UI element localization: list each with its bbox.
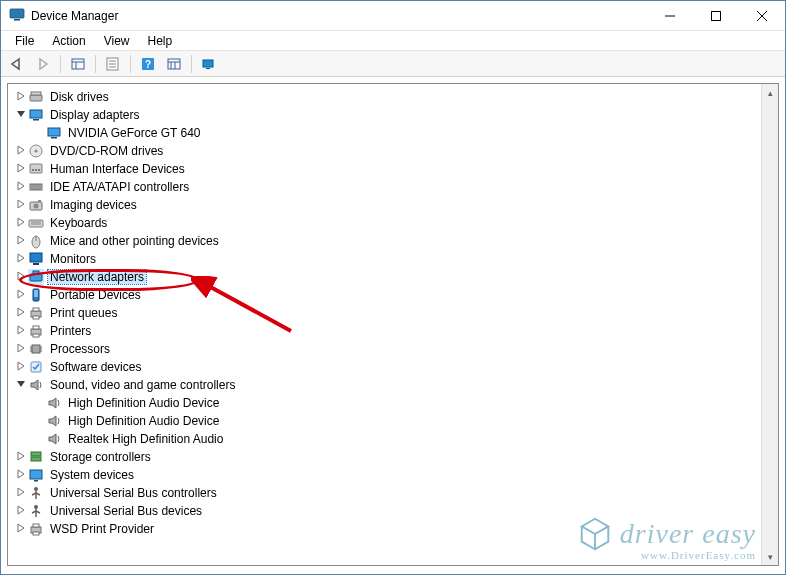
toolbar: ?	[1, 51, 785, 77]
minimize-button[interactable]	[647, 1, 693, 31]
collapse-icon[interactable]	[14, 379, 28, 391]
tree-node-label: IDE ATA/ATAPI controllers	[48, 180, 191, 194]
expand-icon[interactable]	[14, 487, 28, 499]
tree-node-label: Portable Devices	[48, 288, 143, 302]
printer-icon	[28, 305, 44, 321]
expand-icon[interactable]	[14, 199, 28, 211]
tree-node[interactable]: Keyboards	[10, 214, 776, 232]
scrollbar-vertical[interactable]: ▴ ▾	[761, 84, 778, 565]
forward-button[interactable]	[31, 53, 55, 75]
svg-point-32	[38, 169, 40, 171]
tree-node[interactable]: Human Interface Devices	[10, 160, 776, 178]
back-button[interactable]	[5, 53, 29, 75]
tree-node-label: DVD/CD-ROM drives	[48, 144, 165, 158]
tree-node[interactable]: Disk drives	[10, 88, 776, 106]
device-tree-panel: Disk drivesDisplay adapters NVIDIA GeFor…	[7, 83, 779, 566]
monitor-icon	[28, 251, 44, 267]
tree-node[interactable]: Printers	[10, 322, 776, 340]
svg-rect-70	[34, 480, 38, 482]
svg-rect-6	[72, 59, 84, 69]
expand-icon[interactable]	[14, 343, 28, 355]
svg-rect-59	[32, 345, 40, 353]
tree-node[interactable]: High Definition Audio Device	[10, 394, 776, 412]
tree-node[interactable]: System devices	[10, 466, 776, 484]
tree-node[interactable]: Mice and other pointing devices	[10, 232, 776, 250]
expand-icon[interactable]	[14, 325, 28, 337]
toggle-blank	[32, 416, 46, 426]
tree-node[interactable]: Display adapters	[10, 106, 776, 124]
maximize-button[interactable]	[693, 1, 739, 31]
tree-node[interactable]: Universal Serial Bus controllers	[10, 484, 776, 502]
expand-icon[interactable]	[14, 451, 28, 463]
expand-icon[interactable]	[14, 361, 28, 373]
expand-icon[interactable]	[14, 91, 28, 103]
tree-node-label: Mice and other pointing devices	[48, 234, 221, 248]
tree-node[interactable]: IDE ATA/ATAPI controllers	[10, 178, 776, 196]
speaker-icon	[46, 413, 62, 429]
monitor-tiny-icon	[46, 125, 62, 141]
tree-node[interactable]: Print queues	[10, 304, 776, 322]
menu-file[interactable]: File	[7, 32, 42, 50]
expand-icon[interactable]	[14, 235, 28, 247]
toolbar-separator	[191, 55, 192, 73]
tree-node[interactable]: DVD/CD-ROM drives	[10, 142, 776, 160]
svg-rect-23	[30, 110, 42, 118]
cpu-icon	[28, 341, 44, 357]
tree-node-label: Print queues	[48, 306, 119, 320]
svg-rect-15	[168, 59, 180, 69]
disk-icon	[28, 89, 44, 105]
cdrom-icon	[28, 143, 44, 159]
expand-icon[interactable]	[14, 505, 28, 517]
show-hidden-button[interactable]	[66, 53, 90, 75]
tree-node[interactable]: Storage controllers	[10, 448, 776, 466]
expand-icon[interactable]	[14, 523, 28, 535]
tree-node[interactable]: Processors	[10, 340, 776, 358]
svg-rect-81	[33, 532, 39, 535]
expand-icon[interactable]	[14, 469, 28, 481]
tree-node-label: Imaging devices	[48, 198, 139, 212]
printer-icon	[28, 521, 44, 537]
scroll-down-button[interactable]: ▾	[762, 548, 779, 565]
tree-node[interactable]: Network adapters	[10, 268, 776, 286]
expand-icon[interactable]	[14, 163, 28, 175]
window-title: Device Manager	[31, 9, 118, 23]
expand-icon[interactable]	[14, 307, 28, 319]
scan-button[interactable]	[197, 53, 221, 75]
close-button[interactable]	[739, 1, 785, 31]
svg-rect-21	[30, 95, 42, 101]
tree-node-label: Monitors	[48, 252, 98, 266]
menu-help[interactable]: Help	[140, 32, 181, 50]
tree-node[interactable]: Realtek High Definition Audio	[10, 430, 776, 448]
tree-node[interactable]: Software devices	[10, 358, 776, 376]
tree-node[interactable]: Portable Devices	[10, 286, 776, 304]
menu-view[interactable]: View	[96, 32, 138, 50]
help-button[interactable]: ?	[136, 53, 160, 75]
toggle-blank	[32, 434, 46, 444]
tree-node[interactable]: Universal Serial Bus devices	[10, 502, 776, 520]
watermark-url: www.DriverEasy.com	[576, 549, 756, 561]
speaker-icon	[28, 377, 44, 393]
expand-icon[interactable]	[14, 145, 28, 157]
expand-icon[interactable]	[14, 253, 28, 265]
expand-icon[interactable]	[14, 181, 28, 193]
software-icon	[28, 359, 44, 375]
collapse-icon[interactable]	[14, 109, 28, 121]
menu-action[interactable]: Action	[44, 32, 93, 50]
expand-icon[interactable]	[14, 289, 28, 301]
tree-node[interactable]: WSD Print Provider	[10, 520, 776, 538]
tree-node[interactable]: Monitors	[10, 250, 776, 268]
device-tree[interactable]: Disk drivesDisplay adapters NVIDIA GeFor…	[8, 84, 778, 542]
title-bar: Device Manager	[1, 1, 785, 31]
expand-icon[interactable]	[14, 217, 28, 229]
tree-node-label: NVIDIA GeForce GT 640	[66, 126, 203, 140]
tree-node[interactable]: High Definition Audio Device	[10, 412, 776, 430]
details-button[interactable]	[162, 53, 186, 75]
tree-node[interactable]: Imaging devices	[10, 196, 776, 214]
tree-node[interactable]: Sound, video and game controllers	[10, 376, 776, 394]
properties-button[interactable]	[101, 53, 125, 75]
tree-node[interactable]: NVIDIA GeForce GT 640	[10, 124, 776, 142]
usb-icon	[28, 485, 44, 501]
scroll-up-button[interactable]: ▴	[762, 84, 779, 101]
expand-icon[interactable]	[14, 271, 28, 283]
svg-rect-20	[206, 68, 210, 69]
